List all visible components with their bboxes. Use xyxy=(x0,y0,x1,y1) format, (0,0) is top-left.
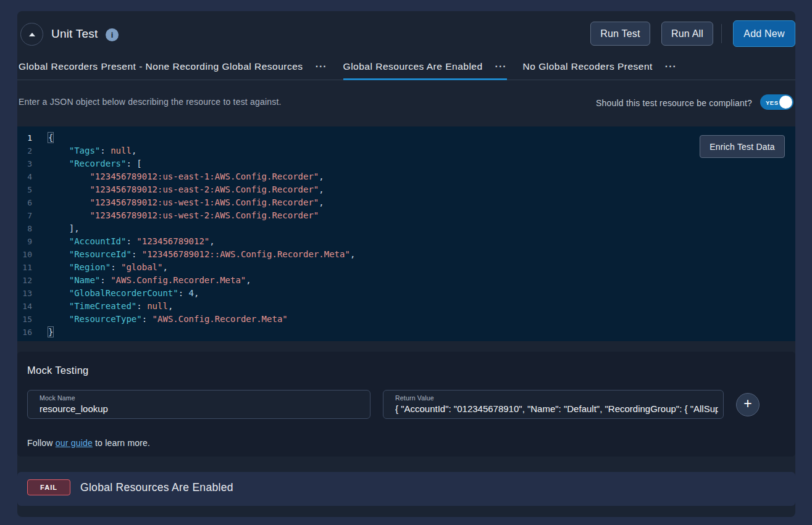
tab-menu-icon[interactable]: ··· xyxy=(316,64,327,70)
line-number: 13 xyxy=(17,287,32,300)
code-line: 15 "ResourceType": "AWS.Config.Recorder.… xyxy=(17,313,795,326)
fail-badge: FAIL xyxy=(27,479,70,495)
line-number: 7 xyxy=(17,209,32,222)
line-text: "Region": "global", xyxy=(48,261,168,274)
unit-test-panel: Unit Test i Run Test Run All Add New Glo… xyxy=(17,11,795,517)
line-text: "123456789012:us-west-2:AWS.Config.Recor… xyxy=(48,209,319,222)
code-line: 1{ xyxy=(17,131,795,144)
mock-name-value: resource_lookup xyxy=(40,403,365,414)
code-line: 16} xyxy=(17,326,795,339)
compliant-question: Should this test resource be compliant? xyxy=(596,98,752,108)
header-vertical-divider xyxy=(721,24,722,43)
line-number: 14 xyxy=(17,300,32,313)
line-text: ], xyxy=(48,222,80,235)
mock-testing-title: Mock Testing xyxy=(27,365,89,376)
mock-name-input[interactable]: Mock Name resource_lookup xyxy=(27,390,370,419)
line-text: } xyxy=(48,326,53,339)
return-value-label: Return Value xyxy=(395,394,434,402)
line-text: "ResourceType": "AWS.Config.Recorder.Met… xyxy=(48,313,288,326)
guide-link[interactable]: our guide xyxy=(56,438,93,448)
guide-text: Follow our guide to learn more. xyxy=(27,438,150,448)
line-text: "123456789012:us-east-1:AWS.Config.Recor… xyxy=(48,170,324,183)
guide-suffix: to learn more. xyxy=(93,438,150,448)
code-line: 9 "AccountId": "123456789012", xyxy=(17,235,795,248)
code-line: 12 "Name": "AWS.Config.Recorder.Meta", xyxy=(17,274,795,287)
info-icon[interactable]: i xyxy=(106,28,119,41)
code-line: 8 ], xyxy=(17,222,795,235)
code-line: 14 "TimeCreated": null, xyxy=(17,300,795,313)
run-test-button[interactable]: Run Test xyxy=(590,22,650,46)
line-number: 5 xyxy=(17,183,32,196)
line-number: 1 xyxy=(17,131,32,144)
code-line: 10 "ResourceId": "123456789012::AWS.Conf… xyxy=(17,248,795,261)
line-number: 16 xyxy=(17,326,32,339)
result-test-name: Global Resources Are Enabled xyxy=(80,481,233,494)
tab-menu-icon[interactable]: ··· xyxy=(665,64,677,70)
line-text: "ResourceId": "123456789012::AWS.Config.… xyxy=(48,248,355,261)
run-all-button[interactable]: Run All xyxy=(661,22,713,46)
tab-label: Global Recorders Present - None Recordin… xyxy=(19,61,303,72)
code-line: 7 "123456789012:us-west-2:AWS.Config.Rec… xyxy=(17,209,795,222)
line-number: 11 xyxy=(17,261,32,274)
line-text: "Recorders": [ xyxy=(48,157,142,170)
code-line: 4 "123456789012:us-east-1:AWS.Config.Rec… xyxy=(17,170,795,183)
test-result-row: FAIL Global Resources Are Enabled xyxy=(17,472,795,506)
code-line: 3 "Recorders": [ xyxy=(17,157,795,170)
tab-bar: Global Recorders Present - None Recordin… xyxy=(19,53,693,80)
line-number: 9 xyxy=(17,235,32,248)
line-number: 3 xyxy=(17,157,32,170)
mock-name-label: Mock Name xyxy=(40,394,75,402)
toggle-on-label: YES xyxy=(766,99,779,106)
tab-global-recorders-present-none-recording-global-resources[interactable]: Global Recorders Present - None Recordin… xyxy=(19,53,327,80)
code-line: 11 "Region": "global", xyxy=(17,261,795,274)
collapse-up-icon xyxy=(29,33,35,36)
line-number: 10 xyxy=(17,248,32,261)
add-mock-button[interactable]: + xyxy=(736,393,760,416)
page: Unit Test i Run Test Run All Add New Glo… xyxy=(0,0,812,525)
tab-menu-icon[interactable]: ··· xyxy=(495,64,507,70)
line-number: 4 xyxy=(17,170,32,183)
tab-no-global-recoders-present[interactable]: No Global Recoders Present··· xyxy=(523,53,677,80)
return-value-input[interactable]: Return Value { "AccountId": "01234567891… xyxy=(383,390,724,419)
unit-test-title: Unit Test xyxy=(51,27,98,41)
return-value-value: { "AccountId": "012345678910", "Name": "… xyxy=(395,403,718,414)
line-text: "123456789012:us-west-1:AWS.Config.Recor… xyxy=(48,196,324,209)
json-editor[interactable]: 1{2 "Tags": null,3 "Recorders": [4 "1234… xyxy=(17,126,795,341)
description-text: Enter a JSON object below describing the… xyxy=(19,97,282,107)
code-line: 5 "123456789012:us-east-2:AWS.Config.Rec… xyxy=(17,183,795,196)
line-text: "123456789012:us-east-2:AWS.Config.Recor… xyxy=(48,183,324,196)
add-new-button[interactable]: Add New xyxy=(733,20,795,47)
tab-global-resources-are-enabled[interactable]: Global Resources Are Enabled··· xyxy=(343,53,507,80)
code-area[interactable]: 1{2 "Tags": null,3 "Recorders": [4 "1234… xyxy=(17,126,795,339)
code-line: 6 "123456789012:us-west-1:AWS.Config.Rec… xyxy=(17,196,795,209)
code-line: 13 "GlobalRecorderCount": 4, xyxy=(17,287,795,300)
tab-label: No Global Recoders Present xyxy=(523,61,653,72)
plus-icon: + xyxy=(743,395,751,412)
line-number: 6 xyxy=(17,196,32,209)
line-number: 2 xyxy=(17,144,32,157)
line-number: 8 xyxy=(17,222,32,235)
guide-prefix: Follow xyxy=(27,438,56,448)
line-text: "Tags": null, xyxy=(48,144,136,157)
mock-testing-section: Mock Testing Mock Name resource_lookup R… xyxy=(17,352,795,457)
line-text: "AccountId": "123456789012", xyxy=(48,235,215,248)
line-number: 12 xyxy=(17,274,32,287)
compliant-toggle[interactable]: YES xyxy=(760,94,793,110)
line-text: { xyxy=(48,131,53,144)
line-text: "TimeCreated": null, xyxy=(48,300,173,313)
toggle-knob[interactable] xyxy=(779,96,792,109)
enrich-test-data-button[interactable]: Enrich Test Data xyxy=(700,135,785,158)
collapse-button[interactable] xyxy=(20,23,43,46)
code-line: 2 "Tags": null, xyxy=(17,144,795,157)
line-text: "Name": "AWS.Config.Recorder.Meta", xyxy=(48,274,251,287)
line-number: 15 xyxy=(17,313,32,326)
tab-label: Global Resources Are Enabled xyxy=(343,61,483,72)
line-text: "GlobalRecorderCount": 4, xyxy=(48,287,199,300)
